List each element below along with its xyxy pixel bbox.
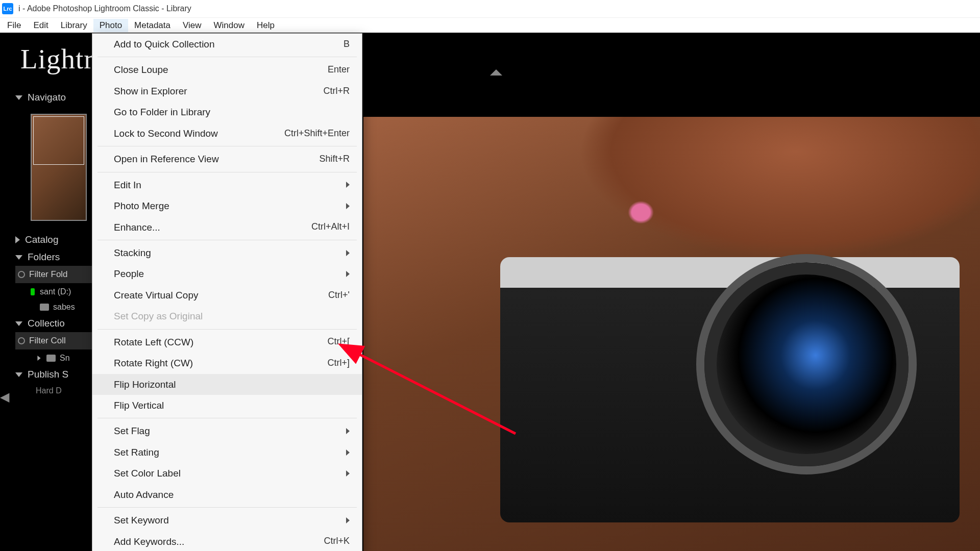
catalog-header[interactable]: Catalog [15,231,94,248]
menu-item-shortcut: Ctrl+' [328,288,350,303]
hard-drive-label: Hard D [36,386,62,395]
menu-item-label: Go to Folder in Library [114,105,210,119]
menu-help[interactable]: Help [251,19,281,32]
folders-header[interactable]: Folders [15,248,94,266]
menu-photo[interactable]: Photo [93,19,128,32]
window-title: i - Adobe Photoshop Lightroom Classic - … [18,4,191,13]
menu-item-add-keywords[interactable]: Add Keywords...Ctrl+K [92,531,362,551]
menu-item-label: Set Color Label [114,466,181,481]
panel-collapse-arrow-icon[interactable] [490,69,502,76]
menu-separator [97,329,357,330]
menu-item-label: Enhance... [114,220,160,235]
menu-separator [97,146,357,146]
chevron-right-icon [37,356,40,361]
menu-item-go-to-folder-in-library[interactable]: Go to Folder in Library [92,102,362,122]
catalog-label: Catalog [25,234,59,245]
menu-item-auto-advance[interactable]: Auto Advance [92,484,362,505]
submenu-arrow-icon [346,271,350,277]
menu-item-rotate-left-ccw[interactable]: Rotate Left (CCW)Ctrl+[ [92,332,362,353]
menu-item-lock-to-second-window[interactable]: Lock to Second WindowCtrl+Shift+Enter [92,123,362,144]
menu-item-label: Flip Horizontal [114,377,176,392]
menu-item-set-keyword[interactable]: Set Keyword [92,510,362,531]
chevron-down-icon [15,255,22,260]
folders-label: Folders [28,252,60,263]
menu-item-label: Show in Explorer [114,84,187,98]
menu-item-create-virtual-copy[interactable]: Create Virtual CopyCtrl+' [92,285,362,306]
menu-item-label: Rotate Right (CW) [114,356,193,370]
menu-item-label: Set Rating [114,445,159,460]
collection-subitem[interactable]: Sn [15,350,94,366]
menu-edit[interactable]: Edit [27,19,54,32]
navigator-header[interactable]: Navigato [15,89,94,106]
menu-window[interactable]: Window [208,19,251,32]
submenu-arrow-icon [346,470,350,477]
menu-item-label: Lock to Second Window [114,126,218,141]
folder-label: sabes [53,303,75,312]
menu-item-label: Photo Merge [114,198,169,213]
menu-metadata[interactable]: Metadata [128,19,177,32]
menu-item-shortcut: Ctrl+] [327,356,350,370]
submenu-arrow-icon [346,449,350,456]
image-subject-lens [704,262,909,466]
panel-toggle-left-icon[interactable]: ◀ [0,390,12,410]
menu-separator [97,418,357,418]
chevron-down-icon [15,95,22,100]
menu-item-flip-vertical[interactable]: Flip Vertical [92,395,362,416]
menu-item-label: Flip Vertical [114,398,164,413]
menu-item-set-rating[interactable]: Set Rating [92,442,362,463]
folder-item-sabes[interactable]: sabes [15,299,94,315]
menubar: FileEditLibraryPhotoMetadataViewWindowHe… [0,17,980,33]
filter-collections-input[interactable]: Filter Coll [15,332,94,349]
menu-item-label: Create Virtual Copy [114,288,198,303]
submenu-arrow-icon [346,517,350,523]
menu-separator [97,172,357,172]
menu-view[interactable]: View [177,19,208,32]
menu-item-shortcut: Enter [328,63,350,77]
menu-item-label: Auto Advance [114,487,174,502]
menu-file[interactable]: File [1,19,27,32]
menu-item-close-loupe[interactable]: Close LoupeEnter [92,59,362,80]
submenu-arrow-icon [346,250,350,256]
drive-status-icon [31,288,35,295]
menu-item-shortcut: Ctrl+K [324,534,350,548]
menu-item-people[interactable]: People [92,263,362,284]
publish-header[interactable]: Publish S [15,366,94,383]
menu-item-label: Add to Quick Collection [114,37,215,52]
menu-item-set-color-label[interactable]: Set Color Label [92,463,362,484]
filter-collections-label: Filter Coll [29,336,66,346]
menu-item-shortcut: B [344,37,350,52]
menu-item-label: Close Loupe [114,62,168,77]
drive-item[interactable]: sant (D:) [15,284,94,299]
menu-item-photo-merge[interactable]: Photo Merge [92,195,362,216]
menu-separator [97,507,357,508]
folder-icon [46,355,56,362]
app-brand-label: Lightr [20,43,93,75]
navigator-view-frame[interactable] [33,116,84,165]
menu-item-label: Stacking [114,245,151,260]
submenu-arrow-icon [346,203,350,209]
drive-label: sant (D:) [40,287,71,296]
menu-item-show-in-explorer[interactable]: Show in ExplorerCtrl+R [92,81,362,102]
menu-item-flip-horizontal[interactable]: Flip Horizontal [92,374,362,395]
menu-library[interactable]: Library [55,19,93,32]
menu-item-shortcut: Ctrl+R [323,84,350,98]
filter-folders-input[interactable]: Filter Fold [15,266,94,283]
menu-item-shortcut: Ctrl+Alt+I [311,220,350,234]
menu-item-label: Edit In [114,178,141,192]
collections-header[interactable]: Collectio [15,315,94,332]
menu-item-shortcut: Shift+R [319,152,350,166]
publish-service-item[interactable]: Hard D [15,383,94,398]
navigator-thumbnail[interactable] [31,114,87,221]
search-icon [18,337,25,344]
menu-item-edit-in[interactable]: Edit In [92,174,362,195]
menu-item-shortcut: Ctrl+Shift+Enter [284,127,350,141]
publish-label: Publish S [28,369,68,380]
menu-item-open-in-reference-view[interactable]: Open in Reference ViewShift+R [92,148,362,169]
menu-item-add-to-quick-collection[interactable]: Add to Quick CollectionB [92,34,362,55]
menu-item-rotate-right-cw[interactable]: Rotate Right (CW)Ctrl+] [92,353,362,373]
menu-item-set-flag[interactable]: Set Flag [92,420,362,441]
menu-item-enhance[interactable]: Enhance...Ctrl+Alt+I [92,217,362,238]
menu-separator [97,240,357,240]
chevron-down-icon [15,372,22,377]
menu-item-stacking[interactable]: Stacking [92,242,362,263]
